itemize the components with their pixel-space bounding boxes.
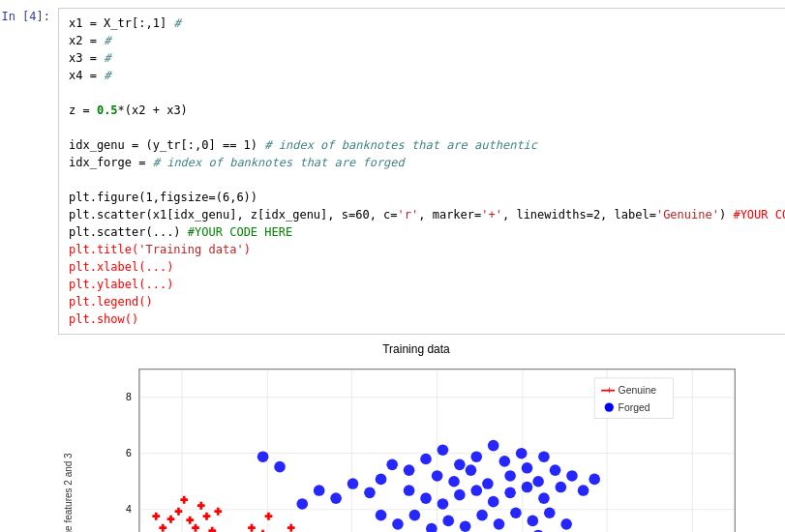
code-text: plt.scatter(...) xyxy=(69,225,188,239)
svg-text:Genuine: Genuine xyxy=(619,385,657,396)
cell-code-content: x1 = X_tr[:,1] # x2 = # x3 = # x4 = # z … xyxy=(58,8,785,335)
svg-text:4: 4 xyxy=(126,504,132,515)
svg-point-134 xyxy=(442,516,454,527)
code-line-3: x3 = # xyxy=(69,49,785,67)
plot-svg: 0 2 4 6 8 -6 -4 -2 0 2 xyxy=(77,358,774,532)
code-line-14: plt.title('Training data') xyxy=(69,241,785,258)
svg-text:+: + xyxy=(192,521,198,532)
plot-title: Training data xyxy=(58,342,774,356)
code-red: plt.ylabel(...) xyxy=(69,278,173,291)
code-text: x4 = xyxy=(69,69,104,82)
code-line-1: x1 = X_tr[:,1] # xyxy=(69,15,785,32)
svg-point-114 xyxy=(538,492,550,504)
svg-point-95 xyxy=(498,456,510,467)
svg-text:Forged: Forged xyxy=(619,402,650,413)
code-string: 'Genuine' xyxy=(656,208,719,222)
code-text: z = xyxy=(69,103,97,117)
plot-output: Training data average of image features … xyxy=(58,342,774,532)
svg-point-122 xyxy=(364,488,376,499)
code-line-5 xyxy=(69,84,785,102)
code-number: 0.5 xyxy=(97,103,118,117)
code-text: x2 = xyxy=(69,34,104,47)
svg-point-107 xyxy=(386,459,398,471)
svg-point-120 xyxy=(420,492,432,504)
svg-point-98 xyxy=(448,476,460,488)
code-line-16: plt.ylabel(...) xyxy=(69,276,785,293)
code-comment-red: #YOUR CODE HERE xyxy=(733,208,785,222)
svg-point-129 xyxy=(510,507,522,518)
code-text: plt.figure(1,figsize=(6,6)) xyxy=(69,191,257,204)
svg-point-126 xyxy=(296,498,308,510)
svg-point-130 xyxy=(528,516,539,527)
svg-text:+: + xyxy=(181,493,188,507)
code-red: plt.legend() xyxy=(69,295,153,309)
svg-point-116 xyxy=(566,470,578,482)
svg-point-112 xyxy=(504,488,516,499)
code-comment: # index of banknotes that are authentic xyxy=(264,138,537,152)
svg-point-102 xyxy=(522,462,533,474)
svg-point-105 xyxy=(550,464,561,476)
svg-point-100 xyxy=(482,478,494,489)
svg-point-101 xyxy=(504,470,516,482)
code-comment-green: #YOUR CODE HERE xyxy=(188,225,292,239)
code-red: plt.title( xyxy=(69,243,138,256)
code-string: 'Training data' xyxy=(138,243,243,256)
code-line-12: plt.scatter(x1[idx_genu], z[idx_genu], s… xyxy=(69,206,785,223)
code-line-15: plt.xlabel(...) xyxy=(69,258,785,276)
code-text: plt.scatter(x1[idx_genu], z[idx_genu], s… xyxy=(69,208,398,222)
plot-inner: 0 2 4 6 8 -6 -4 -2 0 2 xyxy=(77,358,774,532)
code-string: '+' xyxy=(481,208,502,222)
code-line-10 xyxy=(69,171,785,189)
svg-point-92 xyxy=(454,459,466,471)
svg-text:+: + xyxy=(215,505,222,518)
code-string: 'r' xyxy=(398,208,419,222)
svg-text:+: + xyxy=(287,521,294,532)
code-comment: # index of banknotes that are forged xyxy=(153,156,405,169)
code-text: x1 = X_tr[:,1] xyxy=(69,16,173,30)
svg-point-110 xyxy=(470,485,482,496)
svg-point-137 xyxy=(392,518,404,530)
svg-point-131 xyxy=(544,507,556,518)
svg-text:+: + xyxy=(160,521,166,532)
svg-point-113 xyxy=(522,482,533,493)
svg-point-103 xyxy=(538,451,550,462)
code-line-4: x4 = # xyxy=(69,67,785,84)
svg-point-115 xyxy=(556,482,567,493)
svg-text:+: + xyxy=(153,510,160,523)
svg-text:+: + xyxy=(209,524,216,532)
code-text: idx_genu = (y_tr[:,0] == 1) xyxy=(69,138,264,152)
svg-point-150 xyxy=(257,451,269,462)
svg-point-119 xyxy=(438,498,449,510)
svg-point-121 xyxy=(404,485,415,496)
svg-text:+: + xyxy=(265,510,272,523)
code-red2: ) xyxy=(244,243,251,256)
code-comment: # xyxy=(104,34,110,47)
svg-point-104 xyxy=(532,476,544,488)
svg-point-106 xyxy=(404,464,415,476)
code-cell: In [4]: x1 = X_tr[:,1] # x2 = # x3 = # x… xyxy=(0,0,785,342)
svg-text:+: + xyxy=(249,521,256,532)
code-line-8: idx_genu = (y_tr[:,0] == 1) # index of b… xyxy=(69,136,785,154)
code-text: *(x2 + x3) xyxy=(118,103,188,117)
svg-point-125 xyxy=(314,485,325,496)
svg-point-118 xyxy=(589,474,600,486)
svg-point-111 xyxy=(488,496,499,508)
svg-text:8: 8 xyxy=(126,392,132,402)
svg-point-97 xyxy=(432,470,443,482)
svg-point-133 xyxy=(460,520,471,532)
svg-point-151 xyxy=(274,461,286,473)
svg-point-91 xyxy=(438,444,449,456)
code-text: , linewidths=2, label= xyxy=(502,208,656,222)
svg-point-138 xyxy=(376,510,387,521)
svg-text:+: + xyxy=(203,510,210,523)
svg-point-127 xyxy=(476,510,488,521)
code-text: , marker= xyxy=(418,208,481,222)
svg-point-99 xyxy=(466,464,477,476)
y-label-container: average of image features 2 and 3 xyxy=(58,358,77,532)
svg-point-30 xyxy=(605,402,614,411)
svg-point-94 xyxy=(488,440,499,452)
svg-point-90 xyxy=(420,454,432,465)
code-line-9: idx_forge = # index of banknotes that ar… xyxy=(69,154,785,171)
code-comment: # xyxy=(104,51,110,65)
svg-point-108 xyxy=(376,474,387,486)
